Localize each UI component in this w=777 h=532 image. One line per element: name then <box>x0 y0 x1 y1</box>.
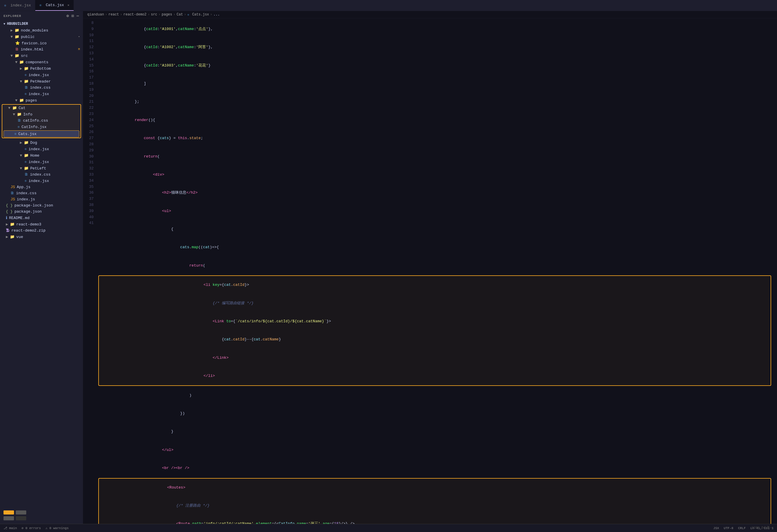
folder-icon: 📁 <box>10 222 15 227</box>
more-icon[interactable]: ⋯ <box>77 13 79 18</box>
sidebar-item-components[interactable]: ▼ 📁 components <box>0 59 83 65</box>
chevron-icon: ▼ <box>13 112 15 117</box>
tab-index-jsx[interactable]: ⚛ index.jsx <box>0 0 35 11</box>
status-errors: ⊘ 0 errors <box>22 526 41 530</box>
sidebar-item-react-demo3[interactable]: ▶ 📁 react-demo3 <box>0 221 83 227</box>
sidebar-item-index-css[interactable]: 🗎 index.css <box>0 190 83 196</box>
sidebar-item-package-lock[interactable]: { } package-lock.json <box>0 202 83 209</box>
sidebar-item-catinfo-css[interactable]: 🗎 catInfo.css <box>2 118 81 124</box>
item-label: index.css <box>30 173 50 177</box>
sidebar-item-pages[interactable]: ▼ 📁 pages <box>0 97 83 104</box>
watermark: CSDN @小美—— <box>752 525 774 530</box>
hbubuilder-section[interactable]: ▼ HBUBUILDER <box>0 21 83 27</box>
code-line-17: <h2>猫咪信息</h2> <box>98 184 771 202</box>
sidebar-item-petleft-css[interactable]: 🗎 index.css <box>0 172 83 178</box>
code-line-33: <Routes> <box>99 478 771 497</box>
file-icon: 🗎 <box>15 47 19 51</box>
tab-close-button[interactable]: ✕ <box>68 3 70 7</box>
item-label: public <box>21 35 35 39</box>
breadcrumb-sep: › <box>120 13 122 17</box>
sidebar-item-index-js[interactable]: JS index.js <box>0 196 83 202</box>
line-numbers: 8 9 10 11 12 13 14 15 16 17 18 19 20 21 … <box>83 19 98 524</box>
sidebar-item-petbottom[interactable]: ▶ 📁 PetBottom <box>0 65 83 72</box>
jsx-icon: ⚛ <box>24 159 27 164</box>
code-line-25: {cat.catId}--{cat.catName} <box>99 331 771 349</box>
code-line-26: </Link> <box>99 349 771 367</box>
item-label: components <box>26 60 48 65</box>
chevron-icon: ▼ <box>10 54 13 58</box>
sidebar-item-cat[interactable]: ▼ 📁 Cat <box>2 105 81 111</box>
chevron-icon: ▼ <box>20 153 22 158</box>
code-area: 8 9 10 11 12 13 14 15 16 17 18 19 20 21 … <box>83 18 777 524</box>
chevron-icon: ▼ <box>20 79 22 84</box>
sidebar-item-dog-index[interactable]: ⚛ index.jsx <box>0 146 83 152</box>
folder-icon: 📁 <box>12 106 17 110</box>
sidebar-item-info[interactable]: ▼ 📁 Info <box>2 111 81 118</box>
sidebar-item-src[interactable]: ▼ 📁 src <box>0 52 83 59</box>
sidebar-item-app-js[interactable]: JS App.js <box>0 184 83 190</box>
sidebar-item-node-modules[interactable]: ▶ 📁 node_modules <box>0 27 83 33</box>
status-eol: CRLF <box>738 526 746 530</box>
item-label: index.jsx <box>28 73 49 77</box>
item-label: index.css <box>30 86 50 90</box>
sidebar-item-home-index[interactable]: ⚛ index.jsx <box>0 159 83 165</box>
sidebar-item-petheader[interactable]: ▼ 📁 PetHeader <box>0 78 83 85</box>
folder-icon: 📁 <box>15 28 19 33</box>
item-label: index.html <box>21 47 43 51</box>
folder-icon: 📁 <box>15 34 19 39</box>
item-label: catInfo.css <box>23 118 48 123</box>
code-content: {catId:'A1001',catName:'点点'}, {catId:'A1… <box>98 19 777 524</box>
code-line-34: {/* 注册路由 */} <box>99 497 771 515</box>
sidebar-item-favicon[interactable]: ⭐ favicon.ico <box>0 40 83 46</box>
breadcrumb-item-active: Cats.jsx <box>192 13 209 17</box>
sidebar-item-cats-jsx[interactable]: ⚛ Cats.jsx <box>3 130 79 137</box>
item-label: index.jsx <box>28 147 49 151</box>
folder-icon: 📁 <box>15 54 19 58</box>
breadcrumb-sep: › <box>105 13 107 17</box>
sidebar-item-dog[interactable]: ▶ 📁 Dog <box>0 139 83 146</box>
chevron-icon: ▶ <box>10 28 13 33</box>
code-highlight-box-1: <li key={cat.catId}> {/* 编写路由链接 */} <box>98 275 771 386</box>
sidebar-item-petleft[interactable]: ▼ 📁 PetLeft <box>0 165 83 172</box>
item-label: Cats.jsx <box>18 132 36 136</box>
sidebar-item-index-html[interactable]: 🗎 index.html M <box>0 46 83 52</box>
breadcrumb-item: react-demo2 <box>123 13 146 17</box>
folder-icon: 📁 <box>17 112 22 117</box>
sidebar-item-petheader-css[interactable]: 🗎 index.css <box>0 85 83 91</box>
tab-cats-jsx[interactable]: ⚛ Cats.jsx ✕ <box>35 0 74 11</box>
jsx-icon: ⚛ <box>24 147 27 151</box>
sidebar-item-package-json[interactable]: { } package.json <box>0 209 83 215</box>
folder-icon: 📁 <box>24 79 28 84</box>
sidebar-item-readme[interactable]: ℹ README.md <box>0 215 83 221</box>
breadcrumb-item: Cat <box>177 13 183 17</box>
breadcrumb-item: src <box>151 13 157 17</box>
item-label: index.css <box>16 191 36 195</box>
sidebar-item-home[interactable]: ▼ 📁 Home <box>0 152 83 159</box>
item-label: favicon.ico <box>22 41 47 45</box>
code-line-23: {/* 编写路由链接 */} <box>99 294 771 312</box>
code-editor[interactable]: 8 9 10 11 12 13 14 15 16 17 18 19 20 21 … <box>83 18 777 524</box>
code-line-29: }) <box>98 405 771 423</box>
chevron-icon: ▼ <box>3 22 5 26</box>
sidebar-item-petheader-jsx[interactable]: ⚛ index.jsx <box>0 91 83 97</box>
chevron-icon: ▼ <box>10 35 13 39</box>
sidebar-item-react-demo2-zip[interactable]: 🗜 react-demo2.zip <box>0 227 83 234</box>
sidebar-item-vue[interactable]: ▶ 📁 vue <box>0 234 83 240</box>
sidebar-item-petleft-jsx[interactable]: ⚛ index.jsx <box>0 178 83 184</box>
jsx-icon: ⚛ <box>4 3 6 8</box>
new-folder-icon[interactable]: ⊞ <box>72 13 74 18</box>
tab-label-active: Cats.jsx <box>46 3 64 7</box>
badge: • <box>78 35 80 38</box>
breadcrumb-sep: › <box>210 13 212 17</box>
sidebar: EXPLORER ⊕ ⊞ ⋯ ▼ HBUBUILDER ▶ 📁 node_mod… <box>0 11 83 524</box>
code-line-14: const {cats} = this.state; <box>98 129 771 147</box>
item-label: index.jsx <box>28 179 49 183</box>
sidebar-item-petbottom-index[interactable]: ⚛ index.jsx <box>0 72 83 78</box>
item-label: react-demo3 <box>16 222 41 227</box>
code-line-12: }; <box>98 93 771 111</box>
code-line-18: <ul> <box>98 202 771 220</box>
sidebar-item-catinfo-jsx[interactable]: ⚛ CatInfo.jsx <box>2 124 81 130</box>
sidebar-item-public[interactable]: ▼ 📁 public • <box>0 33 83 40</box>
item-label: PetLeft <box>30 166 46 171</box>
new-file-icon[interactable]: ⊕ <box>67 13 69 18</box>
